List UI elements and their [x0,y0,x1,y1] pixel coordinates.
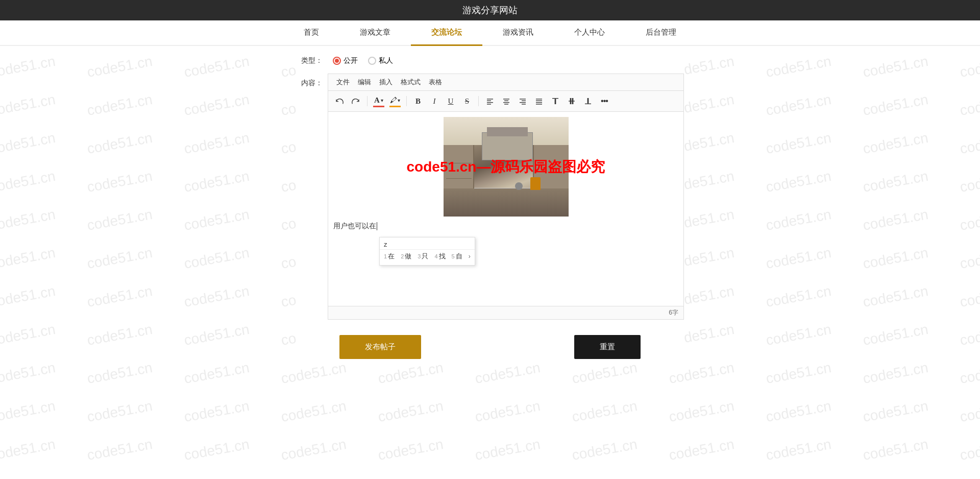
reset-button[interactable]: 重置 [574,335,641,359]
undo-button[interactable] [332,94,347,108]
button-row: 发布帖子 重置 [296,335,684,359]
strikethrough-button[interactable]: S [460,94,474,108]
svg-rect-5 [504,101,508,101]
justify-button[interactable] [532,94,546,108]
svg-rect-1 [487,101,491,101]
editor-toolbar: A ▾ 🖍 ▾ B [328,91,683,112]
editor-text-line: 用户也可以在 [333,222,678,231]
navigation: 首页 游戏文章 交流论坛 游戏资讯 个人中心 后台管理 [0,20,980,46]
radio-public[interactable]: 公开 [333,56,358,65]
editor-content-area[interactable]: code51.cn—源码乐园盗图必究 用户也可以在 z [328,112,683,306]
svg-rect-16 [552,98,558,99]
svg-rect-22 [587,98,589,104]
align-top-button[interactable] [548,94,562,108]
editor-image-container: code51.cn—源码乐园盗图必究 [333,117,678,217]
toolbar-divider-3 [478,96,479,106]
main-content: 类型： 公开 私人 内容： 文件 编辑 插入 [0,46,980,369]
editor-text-area[interactable]: 用户也可以在 z 1在 2做 3只 4找 [333,222,678,231]
toolbar-divider-1 [367,96,368,106]
align-bottom-button[interactable] [581,94,595,108]
svg-rect-8 [520,99,526,99]
title-bar: 游戏分享网站 [0,0,980,20]
editor-menubar: 文件 编辑 插入 格式式 表格 [328,74,683,91]
site-title: 游戏分享网站 [462,5,518,15]
menu-file[interactable]: 文件 [332,76,354,88]
svg-rect-7 [504,104,508,104]
menu-edit[interactable]: 编辑 [354,76,375,88]
ime-candidate-1[interactable]: 1在 [384,252,395,261]
svg-rect-19 [570,98,572,104]
svg-rect-15 [536,104,542,104]
nav-item-home[interactable]: 首页 [283,20,339,46]
align-middle-button[interactable] [565,94,579,108]
italic-button[interactable]: I [427,94,442,108]
ime-candidate-2[interactable]: 2做 [401,252,411,261]
align-right-button[interactable] [516,94,530,108]
toolbar-divider-2 [406,96,407,106]
nav-item-news[interactable]: 游戏资讯 [482,20,554,46]
svg-rect-13 [536,101,542,101]
word-count: 6字 [669,309,678,316]
more-button[interactable]: ••• [597,94,611,108]
form-container: 类型： 公开 私人 内容： 文件 编辑 插入 [296,56,684,359]
ime-candidate-3[interactable]: 3只 [418,252,428,261]
ime-dropdown[interactable]: z 1在 2做 3只 4找 5自 › [379,237,475,266]
font-color-button[interactable]: A ▾ [372,94,386,108]
ime-candidate-5[interactable]: 5自 [452,252,462,261]
svg-rect-9 [522,101,526,101]
ime-candidate-4[interactable]: 4找 [434,252,445,261]
underline-button[interactable]: U [444,94,458,108]
svg-rect-11 [522,104,526,104]
ime-next-arrow[interactable]: › [469,253,471,260]
radio-private[interactable]: 私人 [368,56,393,65]
editor-footer: 6字 [328,306,683,319]
align-center-button[interactable] [499,94,513,108]
radio-circle-private [368,57,376,65]
svg-rect-3 [487,104,491,104]
radio-group: 公开 私人 [333,56,393,65]
editor-text-content: 用户也可以在 [333,222,376,231]
ime-candidates: 1在 2做 3只 4找 5自 › [380,250,475,263]
rich-text-editor: 文件 编辑 插入 格式式 表格 [328,74,684,320]
redo-button[interactable] [349,94,363,108]
bold-button[interactable]: B [411,94,425,108]
menu-format[interactable]: 格式式 [397,76,425,88]
type-label: 类型： [301,56,323,65]
svg-rect-14 [536,102,542,103]
nav-item-profile[interactable]: 个人中心 [554,20,625,46]
svg-rect-12 [536,99,542,99]
text-cursor [377,222,377,230]
publish-button[interactable]: 发布帖子 [339,335,421,359]
svg-rect-17 [555,99,556,104]
svg-rect-18 [569,101,575,101]
content-label: 内容： [301,79,323,88]
svg-rect-6 [503,102,509,103]
type-row: 类型： 公开 私人 [296,56,684,65]
svg-rect-2 [487,102,493,103]
svg-rect-10 [520,102,526,103]
nav-item-admin[interactable]: 后台管理 [625,20,697,46]
svg-rect-20 [572,98,574,104]
menu-table[interactable]: 表格 [425,76,446,88]
svg-rect-0 [487,99,493,99]
svg-rect-4 [503,99,509,99]
content-row: 内容： 文件 编辑 插入 格式式 表格 [296,74,684,320]
nav-item-articles[interactable]: 游戏文章 [339,20,411,46]
radio-circle-public [333,57,341,65]
align-left-button[interactable] [483,94,497,108]
nav-item-forum[interactable]: 交流论坛 [411,20,482,46]
menu-insert[interactable]: 插入 [375,76,397,88]
svg-rect-21 [585,104,591,104]
ime-input-row: z [380,240,475,250]
highlight-button[interactable]: 🖍 ▾ [388,94,402,108]
